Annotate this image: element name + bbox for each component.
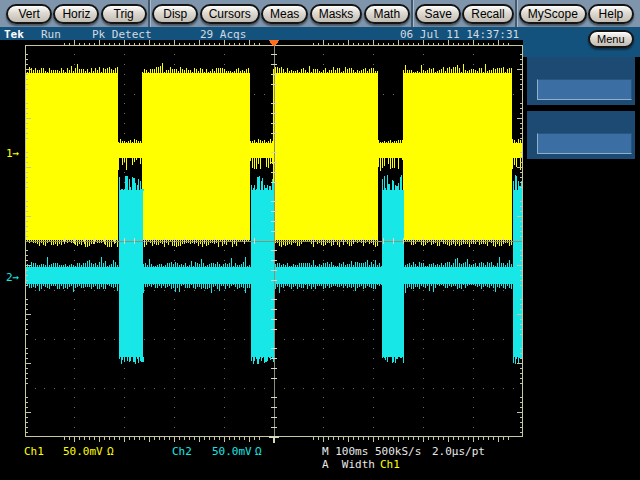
ch2-coupling-readout: Ω <box>255 445 262 458</box>
ch1-position-marker: 1→ <box>6 147 20 160</box>
timebase-readout: M 100ms 500kS/s <box>322 445 421 458</box>
toolbar-button-help[interactable]: Help <box>588 4 634 24</box>
waveform-display: 1→2→ <box>0 40 523 443</box>
trigger-type-readout: A Width <box>322 458 375 471</box>
menu-button[interactable]: Menu <box>588 30 634 48</box>
ch2-position-marker: 2→ <box>6 271 20 284</box>
toolbar-group: VertHorizTrig <box>5 4 148 24</box>
toolbar: VertHorizTrigDispCursorsMeasMasksMathSav… <box>0 0 640 27</box>
toolbar-group: DispCursorsMeasMasksMath <box>151 4 411 24</box>
ch2-scale-readout: 50.0mV <box>212 445 252 458</box>
toolbar-button-math[interactable]: Math <box>364 4 410 24</box>
ch2-readout-label: Ch2 <box>172 445 192 458</box>
menu-option-field-2[interactable] <box>537 133 632 154</box>
toolbar-button-disp[interactable]: Disp <box>152 4 198 24</box>
toolbar-button-myscope[interactable]: MyScope <box>519 4 587 24</box>
toolbar-group: MyScopeHelp <box>518 4 635 24</box>
menu-option-box-2[interactable] <box>527 111 635 159</box>
toolbar-button-meas[interactable]: Meas <box>261 4 308 24</box>
toolbar-button-horiz[interactable]: Horiz <box>53 4 99 24</box>
ch1-coupling-readout: Ω <box>107 445 114 458</box>
ch1-readout-label: Ch1 <box>24 445 44 458</box>
toolbar-button-recall[interactable]: Recall <box>462 4 513 24</box>
resolution-readout: 2.0µs/pt <box>432 445 485 458</box>
menu-option-box-1[interactable] <box>527 57 635 105</box>
readout-area: Ch1 50.0mV Ω Ch2 50.0mV Ω M 100ms 500kS/… <box>0 440 523 480</box>
ch1-scale-readout: 50.0mV <box>63 445 103 458</box>
toolbar-button-masks[interactable]: Masks <box>310 4 363 24</box>
toolbar-button-vert[interactable]: Vert <box>6 4 52 24</box>
menu-option-field-1[interactable] <box>537 79 632 100</box>
toolbar-button-trig[interactable]: Trig <box>101 4 147 24</box>
trigger-source-readout: Ch1 <box>380 458 400 471</box>
oscilloscope-screen: VertHorizTrigDispCursorsMeasMasksMathSav… <box>0 0 640 480</box>
toolbar-button-save[interactable]: Save <box>415 4 461 24</box>
toolbar-button-cursors[interactable]: Cursors <box>200 4 260 24</box>
toolbar-group: SaveRecall <box>414 4 515 24</box>
